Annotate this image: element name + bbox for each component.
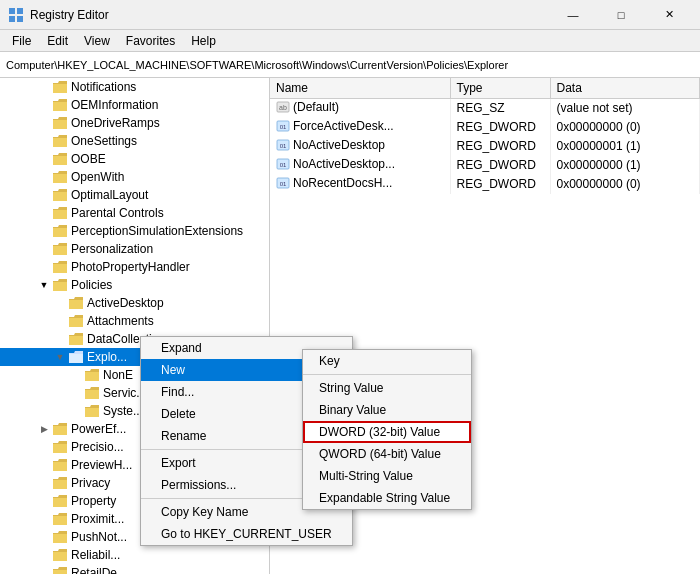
table-row[interactable]: 01 NoRecentDocsH... REG_DWORD 0x00000000… — [270, 175, 700, 194]
expand-empty — [52, 331, 68, 347]
folder-icon — [84, 404, 100, 418]
submenu-expandable-string[interactable]: Expandable String Value — [303, 487, 471, 509]
reg-data: 0x00000000 (1) — [550, 156, 700, 175]
col-header-type[interactable]: Type — [450, 78, 550, 98]
folder-icon — [52, 188, 68, 202]
tree-item-optimallayout[interactable]: OptimalLayout — [0, 186, 269, 204]
expand-empty — [36, 529, 52, 545]
tree-item-retailde[interactable]: RetailDe... — [0, 564, 269, 574]
expand-empty — [36, 79, 52, 95]
folder-icon — [52, 206, 68, 220]
tree-item-notifications[interactable]: Notifications — [0, 78, 269, 96]
folder-icon — [52, 566, 68, 574]
expand-empty — [36, 223, 52, 239]
tree-label: PhotoPropertyHandler — [71, 260, 190, 274]
table-row[interactable]: 01 ForceActiveDesk... REG_DWORD 0x000000… — [270, 118, 700, 137]
menu-favorites[interactable]: Favorites — [118, 32, 183, 50]
svg-text:ab: ab — [279, 104, 287, 111]
expand-empty — [36, 439, 52, 455]
reg-dword-icon: 01 — [276, 176, 290, 190]
tree-item-activedesktop[interactable]: ActiveDesktop — [0, 294, 269, 312]
tree-label: OneDriveRamps — [71, 116, 160, 130]
folder-icon — [52, 548, 68, 562]
window-controls: — □ ✕ — [550, 0, 692, 30]
submenu-new[interactable]: Key String Value Binary Value DWORD (32-… — [302, 349, 472, 510]
tree-label: PowerEf... — [71, 422, 126, 436]
tree-label: Property — [71, 494, 116, 508]
tree-item-onesettings[interactable]: OneSettings — [0, 132, 269, 150]
tree-item-onedrive[interactable]: OneDriveRamps — [0, 114, 269, 132]
expand-empty — [36, 565, 52, 574]
submenu-multi-string[interactable]: Multi-String Value — [303, 465, 471, 487]
tree-label: Explo... — [87, 350, 127, 364]
tree-item-perception[interactable]: PerceptionSimulationExtensions — [0, 222, 269, 240]
tree-label: PreviewH... — [71, 458, 132, 472]
tree-label: Privacy — [71, 476, 110, 490]
folder-icon — [52, 422, 68, 436]
tree-item-reliabil[interactable]: Reliabil... — [0, 546, 269, 564]
expand-empty — [36, 115, 52, 131]
submenu-qword-value[interactable]: QWORD (64-bit) Value — [303, 443, 471, 465]
tree-label: Attachments — [87, 314, 154, 328]
submenu-binary-value[interactable]: Binary Value — [303, 399, 471, 421]
reg-type: REG_DWORD — [450, 118, 550, 137]
col-header-data[interactable]: Data — [550, 78, 700, 98]
tree-item-oobe[interactable]: OOBE — [0, 150, 269, 168]
reg-name: 01 NoActiveDesktop... — [270, 156, 450, 175]
folder-icon — [84, 386, 100, 400]
tree-item-parental[interactable]: Parental Controls — [0, 204, 269, 222]
tree-item-oem[interactable]: OEMInformation — [0, 96, 269, 114]
reg-data: (value not set) — [550, 98, 700, 118]
submenu-string-value[interactable]: String Value — [303, 377, 471, 399]
tree-label: ActiveDesktop — [87, 296, 164, 310]
submenu-dword-value[interactable]: DWORD (32-bit) Value — [303, 421, 471, 443]
folder-icon — [84, 368, 100, 382]
main-content: Notifications OEMInformation OneDriveRam… — [0, 78, 700, 574]
folder-icon — [52, 170, 68, 184]
tree-label: Policies — [71, 278, 112, 292]
submenu-key[interactable]: Key — [303, 350, 471, 372]
svg-rect-2 — [9, 16, 15, 22]
col-header-name[interactable]: Name — [270, 78, 450, 98]
tree-label: Proximit... — [71, 512, 124, 526]
reg-data: 0x00000001 (1) — [550, 137, 700, 156]
minimize-button[interactable]: — — [550, 0, 596, 30]
folder-icon — [68, 350, 84, 364]
svg-rect-3 — [17, 16, 23, 22]
table-row[interactable]: ab (Default) REG_SZ (value not set) — [270, 98, 700, 118]
svg-rect-0 — [9, 8, 15, 14]
reg-dword-icon: 01 — [276, 157, 290, 171]
expand-empty — [68, 367, 84, 383]
maximize-button[interactable]: □ — [598, 0, 644, 30]
tree-item-openwith[interactable]: OpenWith — [0, 168, 269, 186]
ctx-goto-hkcu[interactable]: Go to HKEY_CURRENT_USER — [141, 523, 352, 545]
svg-text:01: 01 — [280, 181, 287, 187]
tree-item-attachments[interactable]: Attachments — [0, 312, 269, 330]
expand-empty — [36, 475, 52, 491]
folder-icon — [52, 242, 68, 256]
menu-help[interactable]: Help — [183, 32, 224, 50]
reg-data: 0x00000000 (0) — [550, 118, 700, 137]
expand-empty — [68, 403, 84, 419]
table-row[interactable]: 01 NoActiveDesktop REG_DWORD 0x00000001 … — [270, 137, 700, 156]
menu-edit[interactable]: Edit — [39, 32, 76, 50]
folder-icon — [52, 80, 68, 94]
tree-label: Precisio... — [71, 440, 124, 454]
tree-label: NonE — [103, 368, 133, 382]
reg-dword-icon: 01 — [276, 138, 290, 152]
expand-empty — [52, 313, 68, 329]
close-button[interactable]: ✕ — [646, 0, 692, 30]
tree-label: PushNot... — [71, 530, 127, 544]
reg-name: 01 ForceActiveDesk... — [270, 118, 450, 137]
tree-label: OOBE — [71, 152, 106, 166]
expand-empty — [36, 97, 52, 113]
table-row[interactable]: 01 NoActiveDesktop... REG_DWORD 0x000000… — [270, 156, 700, 175]
tree-item-photo[interactable]: PhotoPropertyHandler — [0, 258, 269, 276]
menu-view[interactable]: View — [76, 32, 118, 50]
tree-item-personalization[interactable]: Personalization — [0, 240, 269, 258]
folder-icon — [52, 278, 68, 292]
registry-table: Name Type Data ab (Default) REG_SZ (valu… — [270, 78, 700, 194]
svg-text:01: 01 — [280, 162, 287, 168]
tree-item-policies[interactable]: ▼ Policies — [0, 276, 269, 294]
menu-file[interactable]: File — [4, 32, 39, 50]
